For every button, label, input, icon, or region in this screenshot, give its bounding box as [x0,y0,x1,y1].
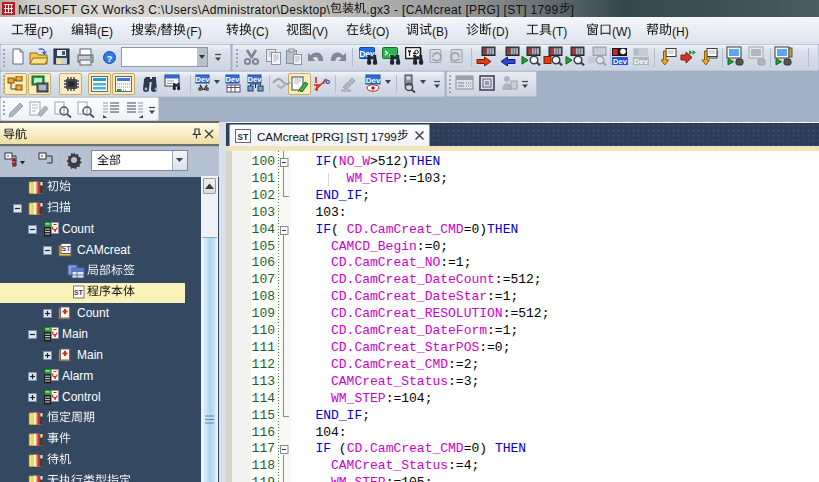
svg-text:Dev: Dev [634,57,649,66]
svg-text:Dev: Dev [248,75,263,84]
svg-text:ST: ST [62,245,72,252]
svg-text:?: ? [107,53,113,64]
svg-text:ST: ST [74,289,84,297]
svg-text:ST: ST [238,133,249,143]
svg-text:Dev: Dev [226,75,241,84]
svg-text:Dev: Dev [196,75,211,84]
svg-text:Dev: Dev [366,76,381,85]
svg-text:Dev: Dev [613,57,628,66]
